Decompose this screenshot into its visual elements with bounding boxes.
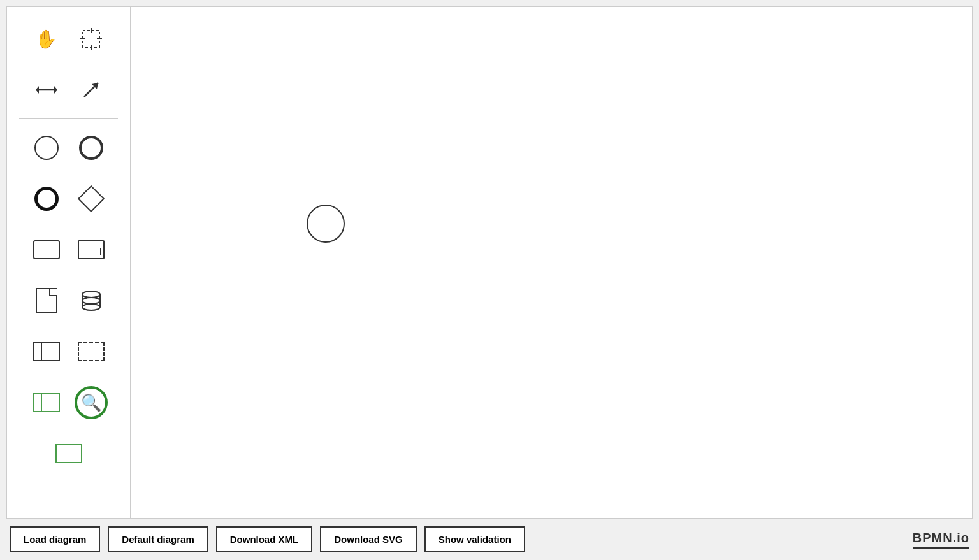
pool-icon	[33, 342, 60, 361]
data-object-button[interactable]	[24, 278, 69, 323]
download-svg-button[interactable]: Download SVG	[320, 526, 417, 552]
svg-marker-7	[54, 86, 57, 94]
pool-button[interactable]	[24, 329, 69, 374]
group-icon	[78, 342, 105, 361]
search-button[interactable]	[69, 380, 113, 425]
lane-button[interactable]	[24, 380, 69, 425]
default-diagram-button[interactable]: Default diagram	[108, 526, 208, 552]
canvas-circle-element	[307, 205, 345, 243]
toolbar-divider-1	[19, 118, 117, 119]
bottom-bar: Load diagram Default diagram Download XM…	[0, 519, 979, 560]
start-event-icon	[34, 136, 59, 160]
intermediate-event-icon	[79, 136, 103, 160]
connect-tool-button[interactable]	[69, 68, 113, 112]
start-event-button[interactable]	[24, 126, 69, 170]
svg-marker-6	[36, 86, 39, 94]
gateway-button[interactable]	[69, 176, 113, 221]
intermediate-event-button[interactable]	[69, 126, 113, 170]
search-icon	[75, 386, 108, 419]
svg-point-10	[82, 291, 100, 298]
marquee-icon	[80, 28, 102, 50]
group-button[interactable]	[69, 329, 113, 374]
resize-icon	[36, 83, 57, 97]
download-xml-button[interactable]: Download XML	[216, 526, 313, 552]
end-event-button[interactable]	[24, 176, 69, 221]
marquee-select-button[interactable]	[69, 17, 113, 61]
pool-green2-icon	[55, 444, 82, 463]
data-store-icon	[80, 289, 103, 312]
show-validation-button[interactable]: Show validation	[424, 526, 525, 552]
bpmn-logo: BPMN.io	[913, 531, 969, 549]
gateway-icon	[77, 185, 104, 212]
end-event-icon	[34, 187, 59, 211]
subprocess-icon	[78, 240, 105, 259]
task-icon	[33, 240, 60, 259]
hand-icon: ✋	[35, 29, 57, 50]
data-object-icon	[36, 288, 57, 313]
task-button[interactable]	[24, 227, 69, 272]
svg-point-14	[82, 298, 100, 304]
svg-point-13	[82, 304, 100, 310]
toolbar: ✋	[6, 6, 131, 519]
hand-tool-button[interactable]: ✋	[24, 17, 69, 61]
arrow-icon	[80, 79, 102, 101]
lane-icon	[33, 393, 60, 412]
resize-tool-button[interactable]	[24, 68, 69, 112]
subprocess-button[interactable]	[69, 227, 113, 272]
pool-green2-button[interactable]	[47, 431, 91, 476]
load-diagram-button[interactable]: Load diagram	[10, 526, 100, 552]
canvas[interactable]	[131, 6, 973, 519]
data-store-button[interactable]	[69, 278, 113, 323]
